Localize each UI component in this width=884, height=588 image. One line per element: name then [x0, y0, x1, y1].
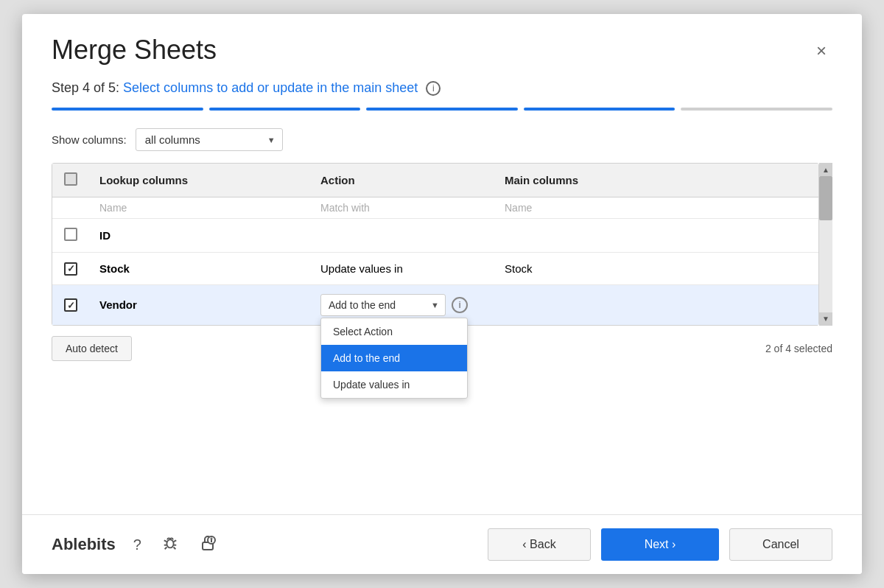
id-row-checkbox-cell [52, 219, 89, 253]
auto-detect-button[interactable]: Auto detect [52, 336, 132, 361]
lock-info-icon [199, 534, 217, 552]
progress-segment-1 [52, 108, 203, 111]
header-checkbox[interactable] [64, 172, 77, 186]
vendor-info-icon[interactable]: i [452, 297, 468, 313]
close-button[interactable]: × [810, 38, 832, 64]
show-columns-row: Show columns: all columns selected colum… [52, 128, 832, 151]
subheader-checkbox-cell [52, 197, 89, 219]
footer-right: ‹ Back Next › Cancel [488, 528, 832, 561]
selected-count: 2 of 4 selected [765, 343, 832, 354]
step-prefix: Step 4 of 5: [52, 80, 119, 95]
table-container: Lookup columns Action Main columns Name … [52, 163, 819, 326]
bug-icon [162, 535, 178, 551]
dropdown-arrow-icon: ▼ [431, 301, 439, 309]
svg-line-5 [165, 547, 167, 549]
dialog-body: Step 4 of 5: Select columns to add or up… [22, 66, 862, 514]
table-with-scrollbar: Lookup columns Action Main columns Name … [52, 163, 832, 326]
th-action: Action [310, 164, 494, 197]
id-row-main-name [494, 219, 818, 253]
step-info-icon[interactable]: i [426, 81, 441, 96]
progress-segment-2 [209, 108, 361, 111]
stock-row-checkbox-cell [52, 253, 89, 285]
table-scrollbar[interactable]: ▲ ▼ [819, 163, 832, 326]
subheader-main-name: Name [494, 197, 818, 219]
dropdown-current-value: Add to the end [329, 299, 396, 311]
vendor-row-checkbox-cell [52, 284, 89, 325]
columns-table: Lookup columns Action Main columns Name … [52, 164, 818, 325]
dialog-header: Merge Sheets × [22, 14, 862, 66]
action-dropdown: Add to the end ▼ i Select Action Add to … [320, 294, 468, 316]
dropdown-trigger[interactable]: Add to the end ▼ [320, 294, 446, 316]
vendor-row-checkbox[interactable] [64, 298, 77, 312]
privacy-button[interactable] [196, 531, 220, 559]
scrollbar-thumb[interactable] [819, 176, 832, 220]
help-button[interactable]: ? [130, 533, 144, 556]
table-row: Stock Update values in Stock [52, 253, 818, 285]
show-columns-label: Show columns: [52, 133, 127, 146]
id-row-lookup-name: ID [89, 219, 310, 253]
merge-sheets-dialog: Merge Sheets × Step 4 of 5: Select colum… [22, 14, 862, 574]
dialog-footer: Ablebits ? [22, 514, 862, 574]
show-columns-select-wrapper: all columns selected columns unselected … [136, 128, 283, 151]
show-columns-select[interactable]: all columns selected columns unselected … [136, 128, 283, 151]
dialog-title: Merge Sheets [52, 35, 217, 66]
bug-button[interactable] [159, 532, 181, 558]
progress-segment-5 [681, 108, 832, 111]
vendor-row-main-name [494, 284, 818, 325]
svg-line-6 [174, 547, 176, 549]
progress-segment-3 [366, 108, 518, 111]
stock-row-main-name: Stock [494, 253, 818, 285]
table-main: Lookup columns Action Main columns Name … [52, 163, 819, 326]
subheader-row: Name Match with Name [52, 197, 818, 219]
dropdown-item-update-values[interactable]: Update values in [321, 371, 467, 398]
th-main-columns: Main columns [494, 164, 818, 197]
table-row: Vendor Add to the end ▼ i [52, 284, 818, 325]
step-description: Select columns to add or update in the m… [123, 80, 418, 95]
svg-point-0 [166, 539, 173, 547]
dropdown-item-select-action[interactable]: Select Action [321, 318, 467, 345]
id-row-action [310, 219, 494, 253]
subheader-lookup-name: Name [89, 197, 310, 219]
scroll-down-arrow[interactable]: ▼ [819, 312, 832, 326]
subheader-action: Match with [310, 197, 494, 219]
next-button[interactable]: Next › [601, 528, 719, 561]
th-lookup-columns: Lookup columns [89, 164, 310, 197]
scroll-up-arrow[interactable]: ▲ [819, 163, 832, 176]
stock-row-checkbox[interactable] [64, 262, 77, 276]
dropdown-item-add-to-end[interactable]: Add to the end [321, 345, 467, 371]
table-header-row: Lookup columns Action Main columns [52, 164, 818, 197]
svg-line-1 [164, 540, 167, 542]
back-button[interactable]: ‹ Back [488, 528, 591, 561]
step-label: Step 4 of 5: Select columns to add or up… [52, 80, 832, 96]
footer-left: Ablebits ? [52, 531, 220, 559]
svg-line-2 [174, 540, 177, 542]
th-checkbox [52, 164, 89, 197]
vendor-row-lookup-name: Vendor [89, 284, 310, 325]
id-row-checkbox[interactable] [64, 228, 77, 241]
table-row: ID [52, 219, 818, 253]
brand-name: Ablebits [52, 535, 116, 554]
progress-bar [52, 108, 832, 111]
vendor-row-action-cell: Add to the end ▼ i Select Action Add to … [310, 284, 494, 325]
action-dropdown-menu: Select Action Add to the end Update valu… [320, 318, 468, 399]
svg-point-10 [211, 538, 211, 539]
cancel-button[interactable]: Cancel [729, 528, 832, 561]
progress-segment-4 [524, 108, 676, 111]
stock-row-lookup-name: Stock [89, 253, 310, 285]
stock-row-action: Update values in [310, 253, 494, 285]
